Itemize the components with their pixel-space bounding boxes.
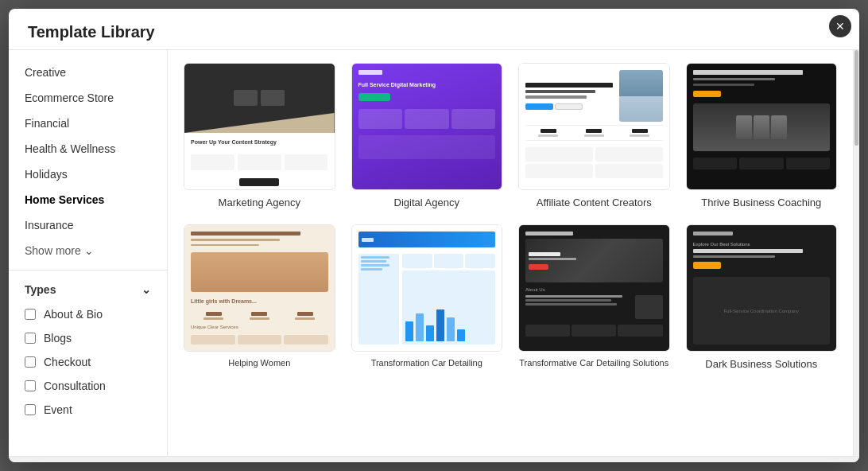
chevron-down-icon: ⌄ bbox=[84, 244, 94, 257]
template-name: Thrive Business Coaching bbox=[686, 197, 838, 208]
templates-grid: Power Up Your Content Strategy bbox=[184, 63, 837, 370]
scrollbar-thumb[interactable] bbox=[854, 50, 858, 146]
type-consultation[interactable]: Consultation bbox=[9, 374, 167, 398]
close-button[interactable]: ✕ bbox=[829, 15, 851, 37]
sidebar-item-health[interactable]: Health & Wellness bbox=[9, 136, 167, 162]
category-sidebar: Creative Ecommerce Store Financial Healt… bbox=[9, 50, 168, 456]
template-card-marketing-agency[interactable]: Power Up Your Content Strategy bbox=[184, 63, 335, 208]
template-thumb: Little girls with Dreams... Unique Clear… bbox=[184, 224, 335, 352]
template-thumb: Explore Our Best Solutions Full-Service … bbox=[686, 224, 838, 352]
template-name: Helping Women bbox=[184, 358, 335, 368]
event-checkbox[interactable] bbox=[25, 404, 36, 415]
template-thumb: Full Service Digital Marketing bbox=[351, 63, 503, 190]
template-name: Marketing Agency bbox=[184, 197, 335, 208]
template-card-car[interactable]: About Us bbox=[518, 224, 670, 370]
template-name: Affiliate Content Creators bbox=[518, 197, 670, 208]
template-name: Transformation Car Detailing bbox=[351, 358, 503, 368]
sidebar-item-ecommerce[interactable]: Ecommerce Store bbox=[9, 85, 167, 111]
template-name: Transformative Car Detailing Solutions bbox=[518, 358, 670, 368]
about-bio-checkbox[interactable] bbox=[25, 309, 36, 320]
type-blogs[interactable]: Blogs bbox=[9, 326, 167, 350]
horizontal-scrollbar[interactable] bbox=[9, 456, 859, 462]
modal-body: Creative Ecommerce Store Financial Healt… bbox=[9, 50, 859, 456]
sidebar-item-creative[interactable]: Creative bbox=[9, 60, 167, 85]
modal-title: Template Library bbox=[28, 23, 155, 41]
vertical-scrollbar[interactable] bbox=[853, 50, 859, 456]
sidebar-item-home-services[interactable]: Home Services bbox=[9, 187, 167, 212]
template-card-blue[interactable]: Transformation Car Detailing bbox=[351, 224, 503, 370]
template-thumb bbox=[351, 224, 503, 352]
template-name: Dark Business Solutions bbox=[686, 358, 838, 370]
type-about-bio[interactable]: About & Bio bbox=[9, 302, 167, 326]
template-card-women[interactable]: Little girls with Dreams... Unique Clear… bbox=[184, 224, 335, 370]
template-thumb bbox=[518, 63, 670, 190]
blogs-checkbox[interactable] bbox=[25, 333, 36, 344]
template-library-modal: Template Library ✕ Creative Ecommerce St… bbox=[9, 9, 859, 462]
template-card-affiliate[interactable]: Affiliate Content Creators bbox=[518, 63, 670, 208]
main-content: Power Up Your Content Strategy bbox=[168, 50, 853, 456]
types-header[interactable]: Types ⌄ bbox=[9, 277, 167, 302]
template-thumb: Power Up Your Content Strategy bbox=[184, 63, 335, 190]
template-card-dark[interactable]: Explore Our Best Solutions Full-Service … bbox=[686, 224, 838, 370]
sidebar-item-financial[interactable]: Financial bbox=[9, 111, 167, 136]
template-name: Digital Agency bbox=[351, 197, 503, 208]
template-thumb: About Us bbox=[518, 224, 670, 352]
consultation-checkbox[interactable] bbox=[25, 380, 36, 391]
divider bbox=[9, 270, 167, 271]
chevron-down-icon: ⌄ bbox=[141, 283, 151, 296]
show-more-button[interactable]: Show more ⌄ bbox=[9, 238, 167, 263]
template-card-digital-agency[interactable]: Full Service Digital Marketing Digital A… bbox=[351, 63, 503, 208]
type-event[interactable]: Event bbox=[9, 398, 167, 422]
modal-header: Template Library ✕ bbox=[9, 9, 859, 50]
sidebar-item-holidays[interactable]: Holidays bbox=[9, 162, 167, 187]
checkout-checkbox[interactable] bbox=[25, 356, 36, 368]
template-thumb bbox=[686, 63, 838, 190]
type-checkout[interactable]: Checkout bbox=[9, 350, 167, 374]
template-card-thrive[interactable]: Thrive Business Coaching bbox=[686, 63, 838, 208]
sidebar-item-insurance[interactable]: Insurance bbox=[9, 212, 167, 238]
